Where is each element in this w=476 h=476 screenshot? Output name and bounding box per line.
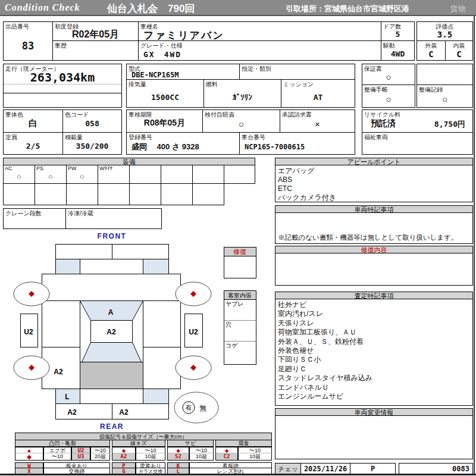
field-value: C xyxy=(417,49,445,59)
vehicle-notes-header: 車両特記事項 xyxy=(275,205,473,213)
field-interior: 内装 C xyxy=(445,40,473,61)
field-approval: 承認請求書 × xyxy=(280,109,355,133)
legend-mark-code: P xyxy=(112,462,136,468)
field-fuel: 燃料 ｶﾞｿﾘﾝ xyxy=(203,79,281,108)
circle-mark: ○ xyxy=(417,94,472,104)
equip-cell-empty xyxy=(224,165,255,184)
field-value: R08年05月 xyxy=(127,118,202,129)
equip-label: AC xyxy=(5,165,12,171)
check-number-cell: 0083 xyxy=(399,463,473,474)
repair-header: 修復内容 xyxy=(275,246,473,253)
field-recycle: リサイクル料 預託済 8,750円 xyxy=(362,109,473,133)
page-bottom-border xyxy=(0,474,476,475)
diamond-icon: ◆ xyxy=(27,449,30,453)
check-code-cell: P xyxy=(350,463,396,474)
field-value: DBE-NCP165M xyxy=(131,71,178,79)
legend-cell: C2 xyxy=(215,453,238,461)
field-label: 出品番号 xyxy=(5,23,29,31)
field-load: 積載量 350/200 xyxy=(62,132,122,155)
diamond-icon: ◆ xyxy=(15,447,43,453)
assessment-item: 社外ナビ xyxy=(278,300,470,309)
field-reg-number: 登録番号 盛岡 400 さ 9328 xyxy=(126,132,240,155)
front-label: FRONT xyxy=(98,232,127,240)
legend-group-corrosion: 腐食 xyxy=(215,440,272,447)
circle-mark: ○ xyxy=(67,172,98,181)
field-label: 承認請求書 xyxy=(282,111,312,119)
rear-label: REAR xyxy=(100,422,124,431)
field-model-code: 型式 DBE-NCP165M xyxy=(126,64,240,80)
appeal-header: アピールポイント xyxy=(275,158,473,165)
cabin-row-label: コゲ xyxy=(226,342,238,349)
legend-cell: U3 xyxy=(71,453,90,461)
legend-group-scratch: 線キズ xyxy=(112,440,165,447)
legend-cell: 10超 xyxy=(189,453,214,461)
field-label: 定員 xyxy=(5,133,17,142)
repair-mini-body xyxy=(224,256,256,278)
appeal-item: エアバッグ xyxy=(278,167,470,176)
panel-code: A xyxy=(108,308,114,317)
legend-cell: A2 xyxy=(112,453,136,461)
panel-code: A2 xyxy=(119,408,129,416)
legend-cell: 〜10 xyxy=(189,447,214,453)
legend-cell: 〜10 xyxy=(136,447,165,453)
check-date: 2025/11/26 xyxy=(304,465,347,473)
diamond-icon: ◆ xyxy=(27,453,32,460)
field-value: 2/5 xyxy=(4,142,62,151)
appeal-item: ETC xyxy=(278,184,470,193)
field-capacity: 定員 2/5 xyxy=(3,132,63,155)
front-fender-left xyxy=(56,259,80,274)
diamond-icon: ◆ xyxy=(15,453,43,461)
field-grade: グレード・仕様 GX 4WD xyxy=(138,40,381,61)
equip-label: PS xyxy=(36,165,43,171)
field-doors: ドア数 5 xyxy=(381,21,415,41)
field-exterior: 外装 C xyxy=(416,40,446,61)
field-value: 1500CC xyxy=(127,93,203,102)
legend-group-rust: サビ xyxy=(167,440,214,447)
equip-cell-empty xyxy=(35,183,67,205)
assessment-item: 天張りスレ xyxy=(278,319,470,328)
diamond-icon: ◆ xyxy=(176,448,180,453)
brand-logo: Condition Check xyxy=(5,2,80,13)
solid-divider xyxy=(4,93,121,93)
check-code: P xyxy=(371,465,375,473)
assessment-item: 外装Ａ、Ｕ、Ｓ、鉄粉付着 xyxy=(278,337,470,346)
field-value: 058 xyxy=(63,119,121,128)
equip-cell-empty xyxy=(161,183,193,205)
recycle-amount: 8,750円 xyxy=(434,119,465,130)
equip-cell-empty xyxy=(129,183,161,205)
field-label: ミッション xyxy=(283,80,314,89)
cargo-area xyxy=(80,362,143,389)
equip-cell-ac: AC ○ xyxy=(3,165,35,184)
assessment-item: エンドパネルＵ xyxy=(278,383,470,392)
field-label: 登録番号 xyxy=(129,133,152,142)
field-value: 5 xyxy=(381,30,414,39)
field-label: 整備手帳 xyxy=(364,86,388,94)
field-history: 車歴 xyxy=(52,40,139,61)
equip-cell-pw: PW ○ xyxy=(66,165,98,184)
field-label: 燃料 xyxy=(206,80,218,89)
equip-cell-empty xyxy=(3,183,35,205)
changes-header: 車両変更情報 xyxy=(275,408,473,416)
recycle-status: 預託済 xyxy=(371,118,396,129)
assessment-item: スタッドレスタイヤ積み込み xyxy=(278,374,470,383)
header-bar: Condition Check 仙台入札会 790回 引取場所：宮城県仙台市宮城… xyxy=(0,0,476,16)
auction-sheet: { "header": { "brand": "Condition Check"… xyxy=(0,0,476,476)
field-maintenance-book: 整備手帳 ○ xyxy=(362,84,415,108)
panel-code: A2 xyxy=(107,328,116,336)
diamond-icon: ◆ xyxy=(225,448,228,453)
field-label: 内装 xyxy=(446,42,472,50)
field-value: AT xyxy=(281,93,355,102)
field-displacement: 排気量 1500CC xyxy=(126,79,204,108)
rear-corner-right xyxy=(143,389,169,404)
field-mission: ミッション AT xyxy=(281,79,355,108)
field-label: 積載量 xyxy=(65,133,83,142)
field-body-color: 車体色 白 xyxy=(3,109,63,133)
field-inspection: 車検期限 R08年05月 xyxy=(126,109,203,133)
legend-cell: エクボ xyxy=(43,447,71,453)
legend-mark-label: 板金あり xyxy=(43,462,110,468)
hood xyxy=(80,259,143,274)
field-label: クレーン段数 xyxy=(5,209,42,218)
field-label: 車歴 xyxy=(55,42,67,50)
spare-yes: 有 xyxy=(186,404,192,411)
diamond-icon: ◆ xyxy=(112,447,136,453)
